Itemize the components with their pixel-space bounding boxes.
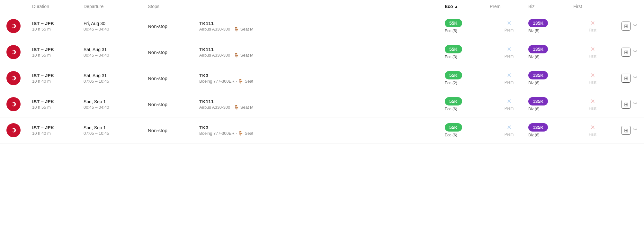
row-actions[interactable]: ⊞ ︾ (612, 48, 638, 57)
row-actions[interactable]: ⊞ ︾ (612, 22, 638, 31)
first-unavailable-icon: ✕ (590, 20, 595, 27)
expand-row-button[interactable]: ︾ (633, 75, 638, 81)
departure-time: 00:45 – 04:40 (84, 27, 148, 32)
biz-cell[interactable]: 135K Biz (6) (528, 97, 573, 111)
first-unavailable-icon: ✕ (590, 72, 595, 79)
airline-logo-cell (6, 45, 32, 59)
duration-label: 10 h 55 m (32, 105, 84, 110)
first-label: First (589, 54, 596, 59)
airline-logo-cell (6, 71, 32, 85)
add-flight-button[interactable]: ⊞ (622, 126, 631, 135)
flight-number: TK111 (199, 47, 445, 52)
expand-row-button[interactable]: ︾ (633, 101, 638, 107)
header-departure[interactable]: Departure (84, 4, 148, 9)
aircraft-label: Airbus A330-300 (199, 27, 230, 32)
dot-separator: · (231, 53, 233, 58)
airline-logo-cell (6, 123, 32, 137)
eco-cell[interactable]: 55K Eco (5) (445, 19, 490, 33)
eco-cell[interactable]: 55K Eco (6) (445, 123, 490, 137)
expand-row-button[interactable]: ︾ (633, 23, 638, 29)
biz-cell[interactable]: 135K Biz (6) (528, 123, 573, 137)
svg-point-27 (11, 129, 14, 132)
expand-row-button[interactable]: ︾ (633, 127, 638, 133)
add-flight-button[interactable]: ⊞ (622, 48, 631, 57)
prem-label: Prem (505, 28, 514, 32)
header-stops[interactable]: Stops (148, 4, 199, 9)
add-flight-button[interactable]: ⊞ (622, 22, 631, 31)
departure-cell: Fri, Aug 30 00:45 – 04:40 (84, 21, 148, 32)
stops-cell: Non-stop (148, 23, 199, 29)
first-cell: ✕ First (573, 20, 612, 32)
departure-cell: Sat, Aug 31 00:45 – 04:40 (84, 47, 148, 58)
row-actions[interactable]: ⊞ ︾ (612, 74, 638, 83)
airline-logo-cell (6, 97, 32, 111)
flight-number: TK3 (199, 73, 445, 78)
first-unavailable-icon: ✕ (590, 98, 595, 105)
add-flight-button[interactable]: ⊞ (622, 100, 631, 109)
eco-price-badge[interactable]: 55K (445, 123, 462, 132)
seat-type: Seat M (240, 105, 254, 110)
header-duration[interactable]: Duration (32, 4, 84, 9)
biz-seats-label: Biz (6) (528, 107, 540, 111)
row-actions[interactable]: ⊞ ︾ (612, 100, 638, 109)
route-duration: IST – JFK 10 h 55 m (32, 99, 84, 110)
seat-type: Seat (245, 131, 253, 136)
prem-cell: ✕ Prem (490, 72, 528, 85)
flight-details: Boeing 777-300ER · 🪑 Seat (199, 79, 445, 84)
eco-cell[interactable]: 55K Eco (3) (445, 45, 490, 59)
eco-price-badge[interactable]: 55K (445, 71, 462, 79)
biz-seats-label: Biz (6) (528, 81, 540, 85)
biz-price-badge[interactable]: 135K (528, 19, 548, 27)
eco-cell[interactable]: 55K Eco (6) (445, 97, 490, 111)
biz-price-badge[interactable]: 135K (528, 123, 548, 132)
header-eco[interactable]: Eco ▲ (445, 4, 490, 9)
seat-icon: 🪑 (234, 27, 239, 32)
eco-price-badge[interactable]: 55K (445, 97, 462, 105)
sort-arrow-icon: ▲ (454, 4, 458, 9)
flights-table: Duration Departure Stops Eco ▲ Prem Biz … (0, 0, 644, 143)
flight-info-cell: TK3 Boeing 777-300ER · 🪑 Seat (199, 125, 445, 136)
header-prem[interactable]: Prem (490, 4, 528, 9)
airline-logo (6, 19, 21, 33)
first-cell: ✕ First (573, 124, 612, 137)
departure-time: 07:05 – 10:45 (84, 131, 148, 136)
biz-cell[interactable]: 135K Biz (5) (528, 19, 573, 33)
header-biz[interactable]: Biz (528, 4, 573, 9)
dot-separator: · (231, 105, 233, 110)
flight-details: Airbus A330-300 · 🪑 Seat M (199, 53, 445, 58)
seat-icon: 🪑 (234, 53, 239, 58)
prem-label: Prem (505, 54, 514, 59)
biz-cell[interactable]: 135K Biz (6) (528, 45, 573, 59)
prem-unavailable-icon: ✕ (507, 98, 512, 105)
route-label: IST – JFK (32, 47, 84, 52)
eco-seats-label: Eco (6) (445, 133, 457, 137)
row-actions[interactable]: ⊞ ︾ (612, 126, 638, 135)
seat-icon: 🪑 (238, 79, 243, 84)
expand-row-button[interactable]: ︾ (633, 49, 638, 55)
route-duration: IST – JFK 10 h 40 m (32, 125, 84, 136)
route-label: IST – JFK (32, 21, 84, 26)
eco-seats-label: Eco (6) (445, 107, 457, 111)
stops-cell: Non-stop (148, 50, 199, 55)
biz-price-badge[interactable]: 135K (528, 45, 548, 53)
biz-seats-label: Biz (6) (528, 55, 540, 59)
biz-price-badge[interactable]: 135K (528, 97, 548, 105)
flight-info-cell: TK111 Airbus A330-300 · 🪑 Seat M (199, 21, 445, 32)
departure-time: 00:45 – 04:40 (84, 53, 148, 58)
flight-number: TK3 (199, 125, 445, 130)
prem-cell: ✕ Prem (490, 20, 528, 32)
dot-separator: · (236, 131, 237, 136)
biz-price-badge[interactable]: 135K (528, 71, 548, 79)
biz-cell[interactable]: 135K Biz (6) (528, 71, 573, 85)
prem-unavailable-icon: ✕ (507, 72, 512, 79)
aircraft-label: Boeing 777-300ER (199, 79, 235, 84)
route-label: IST – JFK (32, 125, 84, 130)
flights-list: IST – JFK 10 h 55 m Fri, Aug 30 00:45 – … (0, 13, 644, 143)
aircraft-label: Boeing 777-300ER (199, 131, 235, 136)
add-flight-button[interactable]: ⊞ (622, 74, 631, 83)
eco-cell[interactable]: 55K Eco (2) (445, 71, 490, 85)
header-first[interactable]: First (573, 4, 612, 9)
flight-row: IST – JFK 10 h 55 m Sat, Aug 31 00:45 – … (0, 39, 644, 65)
eco-price-badge[interactable]: 55K (445, 19, 462, 27)
eco-price-badge[interactable]: 55K (445, 45, 462, 53)
